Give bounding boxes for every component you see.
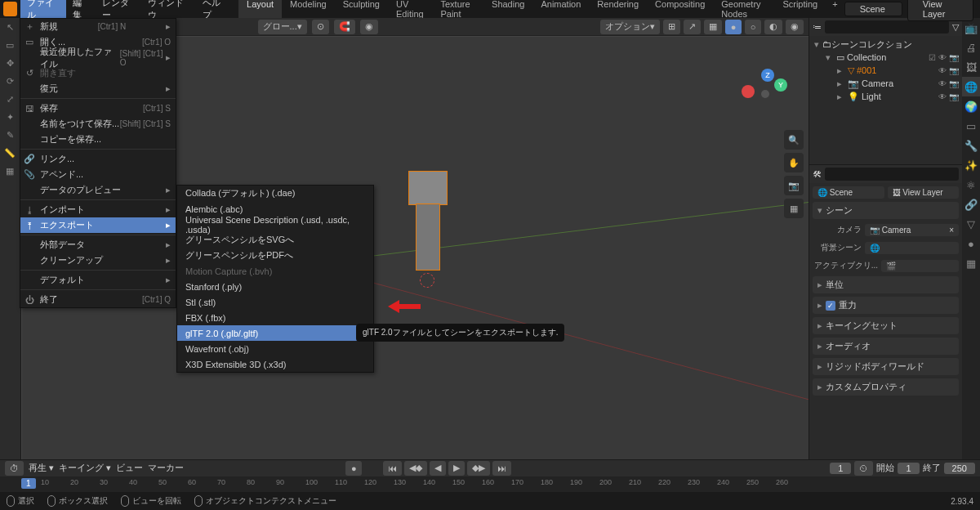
export-menu-item[interactable]: X3D Extensible 3D (.x3d) — [177, 356, 373, 372]
outliner-type-icon[interactable]: ≔ — [813, 22, 822, 33]
pivot-icon[interactable]: ⊙ — [312, 20, 329, 34]
play-rev-icon[interactable]: ◀ — [430, 461, 446, 476]
file-menu-item[interactable]: ⭱エクスポート▸ — [20, 217, 176, 233]
tab-material-icon[interactable]: ● — [962, 234, 980, 253]
tool-transform-icon[interactable]: ✦ — [0, 108, 20, 126]
clock-icon[interactable]: ⏲ — [854, 461, 873, 476]
bgscene-field[interactable]: 🌐 — [865, 242, 959, 254]
export-menu-item[interactable]: グリースペンシルをSVGへ — [177, 232, 373, 248]
file-menu-item[interactable]: 外部データ▸ — [20, 237, 176, 253]
panel-rigidbody[interactable]: ▸リジッドボディワールド — [813, 358, 959, 375]
autokey-icon[interactable]: ● — [345, 461, 362, 476]
viewlayer-selector[interactable]: View Layer — [907, 0, 973, 21]
export-menu-item[interactable]: Wavefront (.obj) — [177, 341, 373, 356]
timeline-track[interactable]: 1 10203040506070809010011012013014015016… — [0, 476, 980, 493]
tool-scale-icon[interactable]: ⤢ — [0, 90, 20, 108]
tool-select-icon[interactable]: ▭ — [0, 36, 20, 54]
file-menu-item[interactable]: ⭳インポート▸ — [20, 202, 176, 217]
panel-customprops[interactable]: ▸カスタムプロパティ — [813, 378, 959, 396]
file-menu-item[interactable]: コピーを保存... — [20, 132, 176, 147]
file-menu-item[interactable]: 🖫保存[Ctr1] S — [20, 101, 176, 116]
camera-field[interactable]: 📷 Camera × — [865, 224, 959, 236]
export-menu-item[interactable]: Collada (デフォルト) (.dae) — [177, 186, 373, 201]
tl-marker-menu[interactable]: マーカー — [148, 462, 184, 474]
file-menu-item[interactable]: データのプレビュー▸ — [20, 182, 176, 198]
tool-annotate-icon[interactable]: ✎ — [0, 126, 20, 144]
outliner-filter-icon[interactable]: ▽ — [952, 22, 959, 33]
file-menu-item[interactable]: デフォルト▸ — [20, 272, 176, 288]
panel-gravity[interactable]: ▸✓重力 — [813, 297, 959, 314]
tab-output-icon[interactable]: 🖨 — [962, 38, 980, 57]
shading-solid-icon[interactable]: ● — [725, 20, 742, 34]
tab-texture-icon[interactable]: ▦ — [962, 253, 980, 273]
panel-units[interactable]: ▸単位 — [813, 276, 959, 293]
tl-keying-menu[interactable]: キーイング ▾ — [59, 462, 111, 474]
file-menu-item[interactable]: ＋新規[Ctr1] N▸ — [20, 19, 176, 34]
gizmo-icon[interactable]: ↗ — [684, 20, 701, 34]
tab-scene-icon[interactable]: 🌐 — [962, 77, 980, 96]
timeline-type-icon[interactable]: ⏱ — [5, 461, 24, 476]
proportional-icon[interactable]: ◉ — [360, 20, 378, 34]
zoom-icon[interactable]: 🔍 — [784, 130, 804, 150]
axis-y-icon[interactable]: Y — [774, 78, 787, 92]
export-menu-item[interactable]: Universal Scene Description (.usd, .usdc… — [177, 217, 373, 232]
tab-modifier-icon[interactable]: 🔧 — [962, 136, 980, 155]
file-menu-item[interactable]: 名前をつけて保存...[Shift] [Ctr1] S — [20, 116, 176, 132]
scene-button[interactable]: 🌐 Scene — [813, 186, 884, 199]
shading-wire-icon[interactable]: ○ — [745, 20, 761, 34]
outliner-row[interactable]: ▸💡Light👁📷 — [809, 90, 962, 103]
export-menu-item[interactable]: Stanford (.ply) — [177, 279, 373, 294]
tab-physics-icon[interactable]: ⚛ — [962, 175, 980, 195]
file-menu-item[interactable]: 最近使用したファイル[Shift] [Ctr1] O▸ — [20, 50, 176, 65]
overlay-icon[interactable]: ⊞ — [663, 20, 680, 34]
playhead[interactable]: 1 — [21, 478, 36, 489]
nav-gizmo[interactable]: Y Z — [742, 69, 799, 126]
outliner-search[interactable] — [825, 20, 949, 34]
orientation-dropdown[interactable]: グロー... ▾ — [258, 20, 307, 34]
activeclip-field[interactable]: 🎬 — [881, 260, 959, 272]
tool-add-icon[interactable]: ▦ — [0, 162, 20, 180]
shading-render-icon[interactable]: ◉ — [786, 20, 804, 34]
file-menu-item[interactable]: ⏻終了[Ctr1] Q — [20, 292, 176, 307]
export-menu-item[interactable]: Stl (.stl) — [177, 294, 373, 310]
axis-x-icon[interactable] — [742, 85, 755, 98]
tab-object-icon[interactable]: ▭ — [962, 116, 980, 136]
file-menu-item[interactable]: 🔗リンク... — [20, 151, 176, 167]
panel-keying[interactable]: ▸キーイングセット — [813, 317, 959, 334]
export-menu-item[interactable]: Motion Capture (.bvh) — [177, 263, 373, 279]
move-view-icon[interactable]: ✋ — [784, 153, 804, 172]
options-dropdown[interactable]: オプション ▾ — [600, 20, 660, 34]
tool-measure-icon[interactable]: 📏 — [0, 144, 20, 162]
export-menu-item[interactable]: グリースペンシルをPDFへ — [177, 248, 373, 263]
props-search[interactable] — [825, 168, 959, 181]
tool-cursor-icon[interactable]: ↖ — [0, 18, 20, 36]
outliner-row[interactable]: ▸📷Camera👁📷 — [809, 77, 962, 90]
end-frame[interactable]: 250 — [944, 463, 975, 474]
tool-rotate-icon[interactable]: ⟳ — [0, 72, 20, 90]
panel-audio[interactable]: ▸オーディオ — [813, 338, 959, 355]
panel-scene[interactable]: ▾シーン — [813, 202, 959, 219]
keyframe-next-icon[interactable]: ◆▶ — [467, 461, 490, 476]
tl-play-menu[interactable]: 再生 ▾ — [29, 462, 54, 474]
tab-data-icon[interactable]: ▽ — [962, 214, 980, 234]
keyframe-prev-icon[interactable]: ◀◆ — [404, 461, 427, 476]
xray-icon[interactable]: ▦ — [704, 20, 722, 34]
outliner-row[interactable]: ▾▭Collection☑👁📷 — [809, 51, 962, 64]
persp-icon[interactable]: ▦ — [784, 199, 804, 218]
shading-mat-icon[interactable]: ◐ — [764, 20, 782, 34]
export-menu-item[interactable]: FBX (.fbx) — [177, 310, 373, 325]
file-menu-item[interactable]: 📎アペンド... — [20, 167, 176, 182]
file-menu-item[interactable]: クリーンアップ▸ — [20, 253, 176, 268]
tab-constraint-icon[interactable]: 🔗 — [962, 195, 980, 214]
export-menu-item[interactable]: glTF 2.0 (.glb/.gltf) — [177, 325, 373, 341]
tab-particle-icon[interactable]: ✨ — [962, 155, 980, 175]
tl-view-menu[interactable]: ビュー — [116, 462, 143, 474]
outliner-scene-collection[interactable]: ▾🗀 シーンコレクション — [809, 38, 962, 51]
axis-z-icon[interactable]: Z — [761, 69, 774, 82]
snap-icon[interactable]: 🧲 — [334, 20, 355, 34]
outliner-row[interactable]: ▸▽#001👁📷 — [809, 64, 962, 77]
selected-object[interactable] — [405, 171, 450, 271]
tab-viewlayer-icon[interactable]: 🖼 — [962, 57, 980, 77]
jump-end-icon[interactable]: ⏭ — [492, 461, 511, 476]
tool-move-icon[interactable]: ✥ — [0, 54, 20, 72]
